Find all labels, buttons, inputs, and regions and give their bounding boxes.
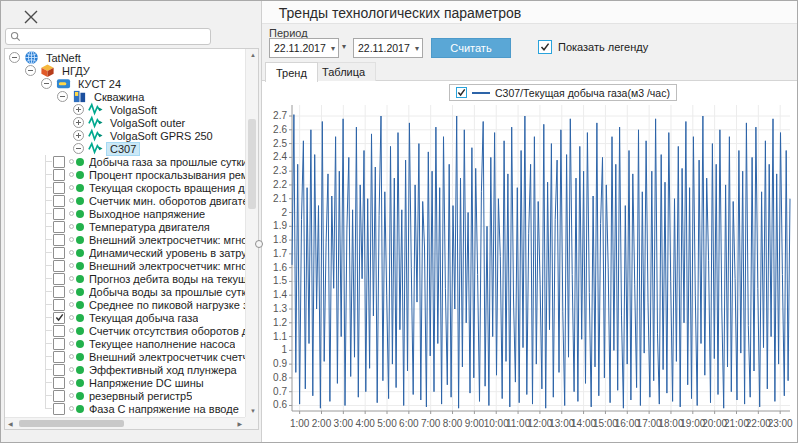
tree-param-row[interactable]: Текущее наполнение насоса xyxy=(5,337,245,350)
svg-text:4:00: 4:00 xyxy=(355,418,375,429)
parameter-checkbox[interactable] xyxy=(53,325,65,337)
tree-param-row[interactable]: резервный регистр5 xyxy=(5,389,245,402)
tree-param-row[interactable]: Процент проскальзывания ремня xyxy=(5,168,245,181)
scroll-up-icon[interactable]: ▲ xyxy=(250,52,256,58)
collapse-icon[interactable] xyxy=(25,65,36,76)
chevron-down-icon[interactable]: ▾ xyxy=(412,44,422,53)
tree-node[interactable]: VolgaSoft xyxy=(5,103,245,116)
parameter-checkbox[interactable] xyxy=(53,390,65,402)
tree-param-row[interactable]: Эффективный ход плунжера xyxy=(5,363,245,376)
date-to-dropdown[interactable]: 22.11.2017 ▾ xyxy=(353,38,423,58)
tab-trend[interactable]: Тренд xyxy=(265,62,318,82)
series-checkbox[interactable] xyxy=(456,87,467,98)
parameter-checkbox[interactable] xyxy=(53,195,65,207)
collapse-icon[interactable] xyxy=(41,78,52,89)
search-input[interactable] xyxy=(25,30,206,44)
splitter-grip[interactable] xyxy=(255,240,263,248)
parameter-checkbox[interactable] xyxy=(53,403,65,415)
parameter-checkbox[interactable] xyxy=(53,221,65,233)
parameter-checkbox[interactable] xyxy=(53,312,65,324)
show-legend-checkbox[interactable] xyxy=(538,40,552,54)
tree-param-row[interactable]: Температура двигателя xyxy=(5,220,245,233)
parameter-label: Прогноз дебита воды на текущие сутки xyxy=(89,273,245,285)
tree-param-row[interactable]: Счетчик отсутствия оборотов двигателя xyxy=(5,324,245,337)
globe-icon xyxy=(24,50,39,65)
parameter-checkbox[interactable] xyxy=(53,273,65,285)
tab-table[interactable]: Таблица xyxy=(311,62,376,81)
parameter-checkbox[interactable] xyxy=(53,182,65,194)
collapse-icon[interactable] xyxy=(73,143,84,154)
tree-param-row[interactable]: Выходное напряжение xyxy=(5,207,245,220)
expand-icon[interactable] xyxy=(73,130,84,141)
expand-icon[interactable] xyxy=(73,104,84,115)
search-icon xyxy=(10,31,21,42)
parameter-label: Внешний электросчетчик: мгновенная xyxy=(89,260,245,272)
tree-param-row[interactable]: Динамический уровень в затрубном xyxy=(5,246,245,259)
scroll-down-icon[interactable]: ▼ xyxy=(250,408,256,414)
parameter-checkbox[interactable] xyxy=(53,286,65,298)
tree-param-row[interactable]: Прогноз дебита воды на текущие сутки xyxy=(5,272,245,285)
panel-icon xyxy=(56,76,71,91)
parameter-checkbox[interactable] xyxy=(53,351,65,363)
tree-param-row[interactable]: Внешний электросчетчик счетчик ре xyxy=(5,350,245,363)
scrollbar-corner xyxy=(245,417,258,429)
parameter-checkbox[interactable] xyxy=(53,169,65,181)
tree-param-row[interactable]: Текущая скорость вращения двигателя xyxy=(5,181,245,194)
tree-node[interactable]: КУСТ 24 xyxy=(5,77,245,90)
tree-param-row[interactable]: Текущая добыча газа xyxy=(5,311,245,324)
tree-param-row[interactable]: Среднее по пиковой нагрузке за сутки xyxy=(5,298,245,311)
parameter-label: Текущая добыча газа xyxy=(89,312,198,324)
tree-param-row[interactable]: Добыча газа за прошлые сутки xyxy=(5,155,245,168)
date-from-dropdown[interactable]: 22.11.2017 ▾ xyxy=(269,38,339,58)
parameter-checkbox[interactable] xyxy=(53,364,65,376)
status-dot-outline-icon xyxy=(69,224,74,229)
expand-icon[interactable] xyxy=(73,117,84,128)
tree-node-label: VolgaSoft outer xyxy=(107,117,188,129)
tree-param-row[interactable]: Фаза C напряжение на вводе xyxy=(5,402,245,415)
status-dot-outline-icon xyxy=(69,276,74,281)
tree-node-label: C307 xyxy=(107,143,139,155)
parameter-label: Эффективный ход плунжера xyxy=(89,364,237,376)
parameter-checkbox[interactable] xyxy=(53,260,65,272)
tree-param-row[interactable]: Внешний электросчетчик: мгновенная xyxy=(5,259,245,272)
parameter-label: Температура двигателя xyxy=(89,221,210,233)
parameter-checkbox[interactable] xyxy=(53,234,65,246)
parameter-checkbox[interactable] xyxy=(53,299,65,311)
search-box[interactable] xyxy=(5,28,211,45)
horizontal-scroll-thumb[interactable] xyxy=(19,420,124,427)
chevron-down-icon[interactable]: ▾ xyxy=(328,44,338,53)
vertical-scroll-thumb[interactable] xyxy=(248,119,256,209)
show-legend-toggle[interactable]: Показать легенду xyxy=(538,40,648,54)
tree-horizontal-scrollbar[interactable]: ◀ ▶ xyxy=(5,417,245,429)
tree-param-row[interactable]: Добыча воды за прошлые сутки xyxy=(5,285,245,298)
parameter-checkbox[interactable] xyxy=(53,156,65,168)
tree-node[interactable]: VolgaSoft GPRS 250 xyxy=(5,129,245,142)
parameter-checkbox[interactable] xyxy=(53,208,65,220)
status-dot-green-icon xyxy=(76,236,84,244)
tree-node[interactable]: C307 xyxy=(5,142,245,155)
tree-node[interactable]: Скважина xyxy=(5,90,245,103)
collapse-icon[interactable] xyxy=(9,52,20,63)
parameter-checkbox[interactable] xyxy=(53,338,65,350)
svg-text:0.7: 0.7 xyxy=(273,386,287,397)
status-dot-outline-icon xyxy=(69,289,74,294)
parameter-checkbox[interactable] xyxy=(53,377,65,389)
tree-param-row[interactable]: Внешний электросчетчик: мгновенная xyxy=(5,233,245,246)
collapse-icon[interactable] xyxy=(57,91,68,102)
tree-node[interactable]: VolgaSoft outer xyxy=(5,116,245,129)
date-range-separator-icon: ▾ xyxy=(342,42,346,51)
calculate-button[interactable]: Считать xyxy=(431,38,511,58)
parameter-label: Среднее по пиковой нагрузке за сутки xyxy=(89,299,245,311)
parameter-checkbox[interactable] xyxy=(53,247,65,259)
svg-text:9:00: 9:00 xyxy=(465,418,485,429)
tree-node[interactable]: НГДУ xyxy=(5,64,245,77)
tree-vertical-scrollbar[interactable]: ▲ ▼ xyxy=(245,49,258,417)
parameter-label: Текущее наполнение насоса xyxy=(89,338,235,350)
tree-param-row[interactable]: Счетчик мин. оборотов двигателя xyxy=(5,194,245,207)
svg-text:1.2: 1.2 xyxy=(273,317,287,328)
parameter-list: Добыча газа за прошлые суткиПроцент прос… xyxy=(5,155,245,415)
svg-text:2.1: 2.1 xyxy=(273,193,287,204)
tree-param-row[interactable]: Напряжение DC шины xyxy=(5,376,245,389)
scroll-right-icon[interactable]: ▶ xyxy=(237,421,242,427)
scroll-left-icon[interactable]: ◀ xyxy=(8,421,13,427)
